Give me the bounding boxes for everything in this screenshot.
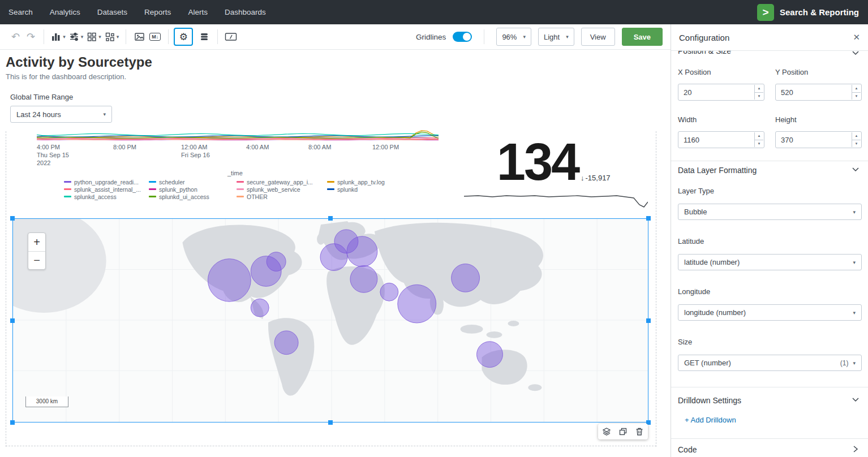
step-down-icon[interactable]: ▼ — [755, 140, 763, 148]
delete-button[interactable] — [635, 427, 644, 436]
map-bubble[interactable] — [251, 299, 269, 317]
height-stepper[interactable]: ▲ ▼ — [852, 132, 861, 147]
data-sources-button[interactable] — [196, 28, 212, 45]
map-bubble[interactable] — [477, 342, 503, 368]
nav-item-datasets[interactable]: Datasets — [89, 0, 136, 24]
height-input[interactable]: 370 ▲ ▼ — [775, 131, 862, 148]
chevron-right-icon[interactable] — [852, 446, 859, 452]
configuration-tool-button[interactable]: ⚙ — [174, 28, 193, 46]
gridlines-toggle[interactable] — [453, 32, 472, 42]
layout-grid-button[interactable]: ▾ — [85, 28, 103, 45]
legend-item[interactable]: splunk_python — [149, 186, 237, 192]
nav-item-search[interactable]: Search — [0, 0, 41, 24]
legend-item[interactable]: scheduler — [149, 179, 237, 185]
step-up-icon[interactable]: ▲ — [755, 132, 763, 140]
map-bubble[interactable] — [452, 264, 480, 292]
resize-handle-nw[interactable] — [10, 216, 15, 221]
legend-item[interactable]: splunk_assist_internal_... — [64, 186, 149, 192]
dashboard-title[interactable]: Activity by Sourcetype — [6, 54, 152, 70]
theme-select[interactable]: Light ▾ — [538, 28, 574, 46]
x-position-stepper[interactable]: ▲ ▼ — [754, 85, 763, 100]
save-button[interactable]: Save — [622, 28, 663, 46]
add-markdown-button[interactable]: M↓ — [147, 28, 163, 45]
legend-swatch — [327, 188, 334, 190]
map-bubble[interactable] — [380, 283, 398, 301]
section-divider — [671, 387, 868, 387]
configuration-header: Configuration ✕ — [671, 24, 868, 51]
layers-button[interactable] — [602, 427, 611, 436]
legend-item[interactable]: python_upgrade_readi... — [64, 179, 149, 185]
layers-icon — [602, 427, 611, 436]
zoom-in-button[interactable]: + — [28, 233, 45, 251]
toolbar-separator — [168, 29, 169, 44]
width-input[interactable]: 1160 ▲ ▼ — [678, 131, 764, 148]
section-position-size-header[interactable]: Position & Size — [671, 51, 868, 57]
nav-item-alerts[interactable]: Alerts — [179, 0, 216, 24]
map-visualization[interactable]: + − 3000 km — [12, 218, 648, 422]
map-bubble[interactable] — [267, 252, 286, 271]
legend-item[interactable]: OTHER — [237, 193, 327, 200]
resize-handle-s[interactable] — [328, 420, 333, 425]
map-bubble[interactable] — [347, 236, 377, 267]
zoom-out-button[interactable]: − — [28, 251, 45, 269]
legend-item[interactable]: splunk_web_service — [237, 186, 327, 192]
map-bubble[interactable] — [208, 259, 251, 302]
longitude-dropdown[interactable]: longitude (number) ▾ — [678, 304, 862, 321]
step-up-icon[interactable]: ▲ — [852, 132, 861, 140]
resize-handle-n[interactable] — [328, 216, 333, 221]
view-button[interactable]: View — [581, 28, 615, 46]
time-range-dropdown[interactable]: Last 24 hours ▾ — [10, 106, 112, 123]
size-dropdown[interactable]: GET (number) (1) ▾ — [678, 355, 862, 371]
app-branding[interactable]: > Search & Reporting — [757, 4, 868, 21]
close-icon[interactable]: ✕ — [853, 32, 860, 42]
legend-label: splunkd_access — [74, 193, 117, 200]
resize-handle-e[interactable] — [646, 318, 651, 323]
map-bubble[interactable] — [398, 284, 436, 323]
nav-item-dashboards[interactable]: Dashboards — [216, 0, 274, 24]
step-down-icon[interactable]: ▼ — [755, 92, 763, 100]
add-drilldown-link[interactable]: + Add Drilldown — [685, 416, 736, 424]
step-up-icon[interactable]: ▲ — [852, 85, 861, 92]
map-bubble[interactable] — [350, 266, 377, 293]
y-position-stepper[interactable]: ▲ ▼ — [852, 85, 861, 100]
legend-item[interactable]: splunkd — [327, 186, 412, 192]
add-shape-button[interactable]: ▾ — [103, 28, 121, 45]
latitude-dropdown[interactable]: latitude (number) ▾ — [678, 254, 862, 270]
undo-button[interactable]: ↶ — [8, 31, 23, 43]
source-code-button[interactable] — [223, 28, 239, 45]
step-up-icon[interactable]: ▲ — [755, 85, 763, 92]
step-down-icon[interactable]: ▼ — [852, 92, 861, 100]
resize-handle-ne[interactable] — [646, 216, 651, 221]
chevron-down-icon[interactable] — [852, 398, 859, 402]
layer-type-dropdown[interactable]: Bubble ▾ — [678, 204, 862, 220]
section-data-layer-title[interactable]: Data Layer Formatting — [678, 166, 757, 175]
section-code-title[interactable]: Code — [678, 445, 697, 454]
resize-handle-w[interactable] — [10, 318, 15, 323]
redo-button[interactable]: ↷ — [23, 31, 38, 43]
step-down-icon[interactable]: ▼ — [852, 140, 861, 148]
nav-item-analytics[interactable]: Analytics — [41, 0, 89, 24]
legend-item[interactable]: splunkd_ui_access — [149, 193, 237, 200]
configuration-scroll-area[interactable]: Position & Size X Position Y Position 20… — [671, 51, 868, 457]
legend-item[interactable]: splunk_app_tv.log — [327, 179, 412, 185]
legend-item[interactable]: secure_gateway_app_i... — [237, 179, 327, 185]
x-position-input[interactable]: 20 ▲ ▼ — [678, 84, 764, 101]
add-input-button[interactable]: ▾ — [67, 28, 85, 45]
map-bubble[interactable] — [274, 331, 298, 355]
dashboard-description[interactable]: This is for the dashboard description. — [6, 72, 126, 81]
timechart-visualization[interactable] — [37, 130, 440, 143]
chevron-down-icon[interactable] — [852, 51, 859, 55]
add-image-button[interactable] — [131, 28, 147, 45]
duplicate-button[interactable] — [618, 427, 628, 436]
legend-item[interactable]: splunkd_access — [64, 193, 149, 200]
zoom-select[interactable]: 96% ▾ — [496, 28, 531, 46]
nav-item-reports[interactable]: Reports — [136, 0, 179, 24]
chevron-down-icon[interactable] — [852, 167, 859, 172]
app-name: Search & Reporting — [780, 7, 859, 17]
add-chart-button[interactable]: ▾ — [49, 28, 67, 45]
dashboard-canvas[interactable]: Activity by Sourcetype This is for the d… — [0, 50, 671, 457]
y-position-input[interactable]: 520 ▲ ▼ — [775, 84, 862, 101]
resize-handle-sw[interactable] — [10, 420, 15, 425]
width-stepper[interactable]: ▲ ▼ — [754, 132, 763, 147]
section-drilldown-title[interactable]: Drilldown Settings — [678, 396, 741, 405]
